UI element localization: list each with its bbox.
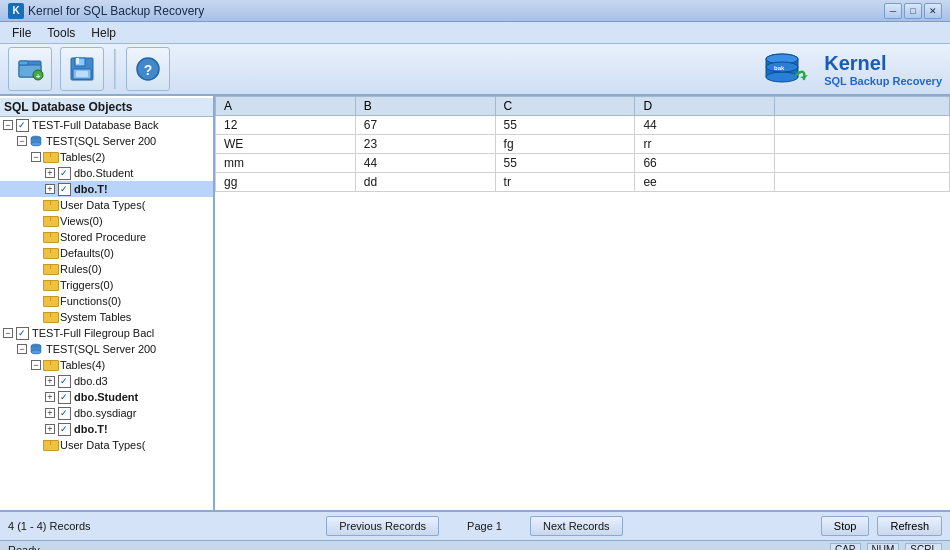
app-icon: K	[8, 3, 24, 19]
tree-expander[interactable]: −	[16, 135, 28, 147]
tree-item[interactable]: +✓dbo.d3	[0, 373, 213, 389]
restore-button[interactable]: □	[904, 3, 922, 19]
table-cell: mm	[216, 154, 356, 173]
tree-expander[interactable]: −	[2, 327, 14, 339]
tree-expander[interactable]: +	[44, 183, 56, 195]
table-row[interactable]: ggddtree	[216, 173, 950, 192]
menu-tools[interactable]: Tools	[39, 24, 83, 42]
tree-item[interactable]: +✓dbo.T!	[0, 181, 213, 197]
tree-expander[interactable]: −	[30, 359, 42, 371]
tree-item[interactable]: −Tables(2)	[0, 149, 213, 165]
table-row[interactable]: WE23fgrr	[216, 135, 950, 154]
table-cell: 44	[355, 154, 495, 173]
tree-item[interactable]: +✓dbo.Student	[0, 389, 213, 405]
tree-expander[interactable]	[30, 295, 42, 307]
table-column-header: A	[216, 97, 356, 116]
tree-item[interactable]: +✓dbo.Student	[0, 165, 213, 181]
tree-item[interactable]: −TEST(SQL Server 200	[0, 133, 213, 149]
toolbar: + ? bak	[0, 44, 950, 96]
minimize-button[interactable]: ─	[884, 3, 902, 19]
tree-header: SQL Database Objects	[0, 98, 213, 117]
tree-item-icon	[42, 262, 58, 276]
tree-item-icon	[42, 294, 58, 308]
tree-item[interactable]: Defaults(0)	[0, 245, 213, 261]
tree-expander[interactable]	[30, 263, 42, 275]
table-cell: tr	[495, 173, 635, 192]
tree-item-label: Views(0)	[60, 215, 103, 227]
tree-item[interactable]: −Tables(4)	[0, 357, 213, 373]
tree-item[interactable]: +✓dbo.sysdiagr	[0, 405, 213, 421]
tree-expander[interactable]	[30, 199, 42, 211]
tree-expander[interactable]	[30, 279, 42, 291]
tree-panel[interactable]: SQL Database Objects −✓TEST-Full Databas…	[0, 96, 215, 510]
open-button[interactable]: +	[8, 47, 52, 91]
window-title: Kernel for SQL Backup Recovery	[28, 4, 204, 18]
tree-item-icon: ✓	[14, 118, 30, 132]
table-scroll[interactable]: ABCD 12675544WE23fgrrmm445566ggddtree	[215, 96, 950, 510]
table-cell: 12	[216, 116, 356, 135]
tree-item[interactable]: Functions(0)	[0, 293, 213, 309]
refresh-button[interactable]: Refresh	[877, 516, 942, 536]
svg-text:?: ?	[144, 62, 153, 78]
tree-item[interactable]: −TEST(SQL Server 200	[0, 341, 213, 357]
help-button[interactable]: ?	[126, 47, 170, 91]
tree-item-icon: ✓	[56, 374, 72, 388]
table-cell: 44	[635, 116, 775, 135]
tree-item-label: User Data Types(	[60, 199, 145, 211]
menu-file[interactable]: File	[4, 24, 39, 42]
status-indicators: CAP NUM SCRL	[830, 543, 942, 550]
tree-item-label: Triggers(0)	[60, 279, 113, 291]
stop-button[interactable]: Stop	[821, 516, 870, 536]
tree-item[interactable]: Views(0)	[0, 213, 213, 229]
tree-item-label: Rules(0)	[60, 263, 102, 275]
close-button[interactable]: ✕	[924, 3, 942, 19]
page-label: Page 1	[447, 520, 522, 532]
tree-item[interactable]: +✓dbo.T!	[0, 421, 213, 437]
tree-expander[interactable]: +	[44, 423, 56, 435]
tree-expander[interactable]: −	[30, 151, 42, 163]
tree-expander[interactable]	[30, 215, 42, 227]
tree-item[interactable]: Stored Procedure	[0, 229, 213, 245]
tree-item-label: dbo.d3	[74, 375, 108, 387]
table-row[interactable]: 12675544	[216, 116, 950, 135]
data-table: ABCD 12675544WE23fgrrmm445566ggddtree	[215, 96, 950, 192]
tree-item[interactable]: User Data Types(	[0, 197, 213, 213]
tree-item-icon: ✓	[56, 166, 72, 180]
tree-expander[interactable]	[30, 311, 42, 323]
table-cell-extra	[775, 116, 950, 135]
tree-item[interactable]: Triggers(0)	[0, 277, 213, 293]
tree-expander[interactable]: +	[44, 391, 56, 403]
tree-item-label: dbo.Student	[74, 391, 138, 403]
tree-expander[interactable]: −	[16, 343, 28, 355]
tree-item[interactable]: −✓TEST-Full Filegroup Bacl	[0, 325, 213, 341]
status-ready-text: Ready	[8, 544, 822, 551]
tree-item-label: Defaults(0)	[60, 247, 114, 259]
tree-expander[interactable]: +	[44, 167, 56, 179]
tree-item-label: TEST(SQL Server 200	[46, 135, 156, 147]
status-bar: Ready CAP NUM SCRL	[0, 540, 950, 550]
table-cell: 55	[495, 154, 635, 173]
save-button[interactable]	[60, 47, 104, 91]
next-records-button[interactable]: Next Records	[530, 516, 623, 536]
tree-item[interactable]: Rules(0)	[0, 261, 213, 277]
tree-item[interactable]: User Data Types(	[0, 437, 213, 453]
tree-expander[interactable]	[30, 247, 42, 259]
brand-logo: bak	[760, 47, 814, 91]
table-row[interactable]: mm445566	[216, 154, 950, 173]
tree-item[interactable]: −✓TEST-Full Database Back	[0, 117, 213, 133]
tree-item[interactable]: System Tables	[0, 309, 213, 325]
tree-expander[interactable]: −	[2, 119, 14, 131]
tree-item-icon: ✓	[56, 422, 72, 436]
prev-records-button[interactable]: Previous Records	[326, 516, 439, 536]
tree-item-icon	[42, 230, 58, 244]
tree-expander[interactable]	[30, 439, 42, 451]
main-area: SQL Database Objects −✓TEST-Full Databas…	[0, 96, 950, 510]
tree-expander[interactable]: +	[44, 375, 56, 387]
menu-help[interactable]: Help	[83, 24, 124, 42]
tree-item-label: TEST-Full Filegroup Bacl	[32, 327, 154, 339]
table-column-extra	[775, 97, 950, 116]
table-cell: gg	[216, 173, 356, 192]
table-column-header: B	[355, 97, 495, 116]
tree-expander[interactable]: +	[44, 407, 56, 419]
tree-expander[interactable]	[30, 231, 42, 243]
